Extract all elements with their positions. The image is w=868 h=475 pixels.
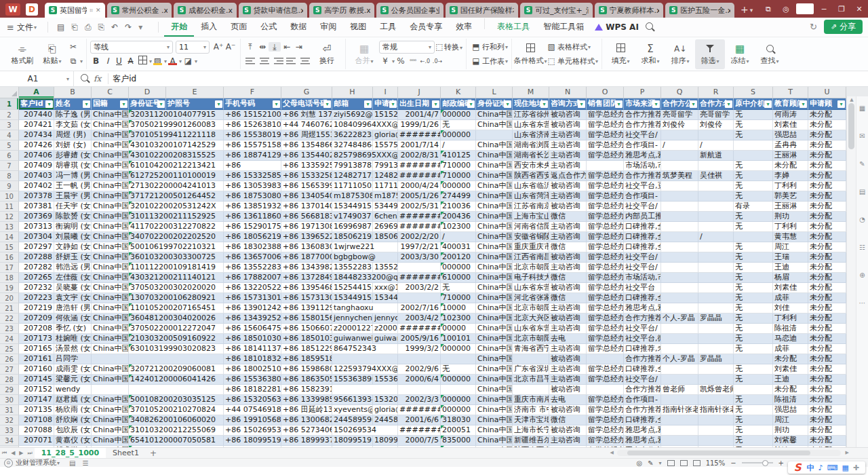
cell-J16[interactable]: 2003/3/30: [398, 252, 441, 263]
cell-H19[interactable]: 152544155: [332, 283, 373, 293]
cell-J29[interactable]: [398, 385, 441, 395]
app-link[interactable]: ⊙ 业财管理系统 ▾ ▤ ☰: [4, 458, 88, 468]
cell-S14[interactable]: [734, 232, 773, 242]
cell-U30[interactable]: 未分配: [808, 395, 846, 405]
file-tab[interactable]: S英国留学生⌗✕: [45, 3, 105, 18]
cell-N3[interactable]: 被动咨询: [549, 120, 587, 130]
cell-R26[interactable]: 罗晶晶: [698, 354, 734, 364]
cell-B17[interactable]: 韩浩远 (男: [54, 263, 92, 273]
cell-L28[interactable]: China中国: [476, 375, 513, 385]
cell-N33[interactable]: 被动咨询: [549, 425, 587, 436]
cell-P28[interactable]: 社交平台/: [624, 375, 661, 385]
cell-H22[interactable]: jennychen7: [332, 314, 373, 324]
menu-search-icon[interactable]: [646, 22, 653, 32]
cell-I32[interactable]: 244589596: [373, 415, 398, 425]
cell-H11[interactable]: 153449151: [332, 202, 373, 212]
cell-F21[interactable]: +86 13901242: [224, 303, 281, 314]
sidebar-side-4-icon[interactable]: ▤: [859, 188, 865, 195]
cell-J21[interactable]: 2002/7/16: [398, 303, 441, 314]
cell-G18[interactable]: +86 1372849681: [281, 273, 332, 283]
header-cell-C[interactable]: 国籍▾: [92, 98, 129, 110]
cell-L27[interactable]: China中国: [476, 364, 513, 375]
cell-G13[interactable]: +86 1971308990: [281, 222, 332, 232]
cell-G31[interactable]: +86 田延岭13954: [281, 405, 332, 415]
maximize-button[interactable]: ❐: [833, 5, 850, 14]
cell-N22[interactable]: 被动咨询: [549, 314, 587, 324]
cell-G30[interactable]: +86 1339985047: [281, 395, 332, 405]
cell-D33[interactable]: 310103200212255069: [129, 425, 224, 436]
header-cell-N[interactable]: 咨询方式▾: [549, 98, 587, 110]
cell-H6[interactable]: 825798695XXX@163.c: [332, 151, 398, 161]
cell-P32[interactable]: 口碑推荐,全: [624, 415, 661, 425]
header-cell-L[interactable]: 身份证地▾: [476, 98, 513, 110]
justify-button[interactable]: [286, 57, 297, 65]
cell-P10[interactable]: 合作项目-: [624, 191, 661, 202]
cell-Q16[interactable]: [661, 252, 698, 263]
cell-L33[interactable]: China中国: [476, 425, 513, 436]
cell-O34[interactable]: 留学总经办: [587, 436, 624, 446]
view-normal-icon[interactable]: [667, 460, 675, 466]
cell-F33[interactable]: +86 15026953: [224, 425, 281, 436]
filter-dropdown-icon[interactable]: ▾: [215, 100, 222, 108]
filter-dropdown-icon[interactable]: ▾: [578, 100, 585, 108]
cell-A13[interactable]: 207313: [19, 222, 54, 232]
row-number-16[interactable]: 16: [0, 252, 19, 263]
minimize-button[interactable]: ─: [815, 5, 833, 14]
align-center-button[interactable]: [259, 57, 270, 65]
cell-G5[interactable]: +86 1354866895: [281, 140, 332, 151]
cell-B14[interactable]: 刘晨曦 (女: [54, 232, 92, 242]
cell-K14[interactable]: /: [441, 232, 476, 242]
cell-J8[interactable]: ########: [398, 171, 441, 181]
prev-sheet-icon[interactable]: ◀: [11, 450, 15, 456]
cell-H24[interactable]: guiwanwei: [332, 334, 373, 344]
menu-tab-工具[interactable]: 工具: [373, 18, 403, 37]
cell-M9[interactable]: 山东省临沂: [513, 181, 549, 191]
cell-S23[interactable]: 无: [734, 324, 773, 334]
cell-S29[interactable]: [734, 385, 773, 395]
sidebar-side-7-icon[interactable]: ⊕: [859, 271, 865, 279]
cell-J7[interactable]: ########: [398, 161, 441, 171]
cell-O13[interactable]: 留学总经办: [587, 222, 624, 232]
cell-T31[interactable]: 强思喆: [773, 405, 808, 415]
cell-L13[interactable]: China中国: [476, 222, 513, 232]
cell-P23[interactable]: 社交平台/: [624, 324, 661, 334]
cell-D6[interactable]: 430102200208315525: [129, 151, 224, 161]
column-header-G[interactable]: G: [281, 87, 332, 98]
find-button[interactable]: 查找▾: [755, 39, 785, 69]
cell-I17[interactable]: 135522831: [373, 263, 398, 273]
cell-U12[interactable]: 未分配: [808, 212, 846, 222]
cell-B4[interactable]: 周煜 (男): [54, 130, 92, 140]
cell-O31[interactable]: 留学总经办: [587, 405, 624, 415]
cell-P26[interactable]: 合作方推荐: [624, 354, 661, 364]
cell-Q11[interactable]: [661, 202, 698, 212]
cell-Q28[interactable]: [661, 375, 698, 385]
cell-L3[interactable]: China中国: [476, 120, 513, 130]
cell-S20[interactable]: 无: [734, 293, 773, 303]
row-number-18[interactable]: 18: [0, 273, 19, 283]
cell-R6[interactable]: 新航道: [698, 151, 734, 161]
cell-L16[interactable]: China中国: [476, 252, 513, 263]
cloud-icon[interactable]: ⎘: [98, 22, 104, 32]
file-menu-button[interactable]: ≡ 文件 ▾: [7, 22, 37, 33]
cell-A15[interactable]: 207297: [19, 242, 54, 252]
cell-Q27[interactable]: [661, 364, 698, 375]
cell-K10[interactable]: 274499: [441, 191, 476, 202]
cell-Q29[interactable]: 曾老师: [661, 385, 698, 395]
cell-B3[interactable]: 李文茹 (女: [54, 120, 92, 130]
cell-F27[interactable]: +86 18002510: [224, 364, 281, 375]
cell-O4[interactable]: 留学总经办: [587, 130, 624, 140]
cell-B25[interactable]: 汤景然 (女: [54, 344, 92, 354]
cell-S7[interactable]: 无: [734, 161, 773, 171]
cell-A11[interactable]: 207381: [19, 202, 54, 212]
cell-J26[interactable]: [398, 354, 441, 364]
row-number-22[interactable]: 22: [0, 314, 19, 324]
cell-Q7[interactable]: [661, 161, 698, 171]
cell-P9[interactable]: 社交平台,豆: [624, 181, 661, 191]
cell-C32[interactable]: China中国: [92, 415, 129, 425]
column-header-N[interactable]: N: [549, 87, 587, 98]
cell-F32[interactable]: +86 19910568: [224, 415, 281, 425]
cell-F31[interactable]: +44 07546918: [224, 405, 281, 415]
cell-Q34[interactable]: [661, 436, 698, 446]
row-number-5[interactable]: 5: [0, 140, 19, 151]
cell-D17[interactable]: 110112200109181419: [129, 263, 224, 273]
